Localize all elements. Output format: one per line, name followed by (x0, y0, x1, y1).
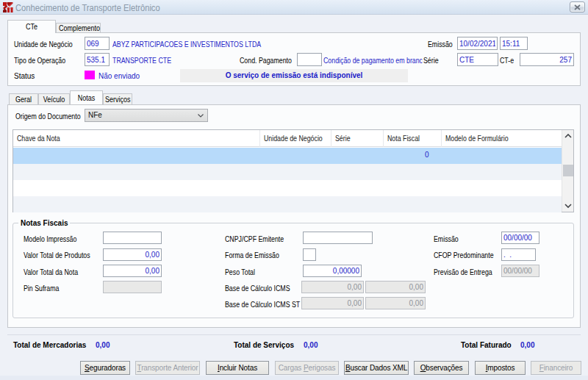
emission-service-message: O serviço de emissão está indisponível (180, 69, 408, 82)
impostos-button[interactable]: Impostos (475, 361, 526, 375)
valor-total-produtos-input[interactable] (103, 248, 162, 261)
title-bar: Conhecimento de Transporte Eletrônico (0, 0, 588, 15)
status-value: Não enviado (98, 72, 140, 80)
valor-total-nota-input[interactable] (103, 265, 162, 277)
modelo-impressao-label: Modelo Impressão (24, 235, 76, 243)
serie-label: Série (423, 57, 439, 65)
nota-fiscal-cell: 0 (425, 151, 429, 159)
totals-divider (7, 334, 581, 335)
chevron-down-icon (564, 204, 572, 208)
valor-total-nota-label: Valor Total da Nota (24, 268, 78, 276)
cte-number-input[interactable] (520, 53, 574, 66)
seguradoras-button[interactable]: Seguradoras (80, 361, 130, 375)
col-unidade-de-negocio-label: Unidade de Negócio (264, 130, 323, 147)
incluir-notas-button[interactable]: Incluir Notas (206, 361, 269, 375)
cond-pagamento-label: Cond. Pagamento (240, 57, 292, 65)
emissao-nf-input[interactable] (501, 232, 539, 244)
modelo-impressao-input[interactable] (103, 232, 162, 244)
dialog-window: Conhecimento de Transporte Eletrônico CT… (0, 0, 588, 380)
total-mercadorias-value: 0,00 (96, 341, 110, 349)
cargas-perigosas-button[interactable]: Cargas Perigosas (275, 361, 339, 375)
unidade-negocio-name: ABYZ PARTICIPACOES E INVESTIMENTOS LTDA (112, 40, 261, 49)
window-title: Conhecimento de Transporte Eletrônico (15, 3, 160, 13)
grid-row-selected[interactable]: 0 (13, 148, 562, 164)
tab-notas[interactable]: Notas (70, 90, 103, 104)
app-logo-icon (3, 2, 13, 12)
grid-scrollbar[interactable] (562, 130, 573, 212)
status-color-swatch (85, 71, 95, 79)
window-bottom-edge (0, 376, 588, 380)
scroll-up-button[interactable] (562, 130, 574, 142)
tab-veiculo[interactable]: Veículo (38, 93, 70, 104)
cte-number-label: CT-e (500, 57, 514, 65)
total-servicos-label: Total de Serviços (234, 341, 294, 349)
grid-row[interactable] (13, 164, 562, 180)
cnpj-cpf-emitente-label: CNPJ/CPF Emitente (225, 235, 284, 243)
emissao-time-input[interactable] (500, 37, 528, 50)
base-calculo-icms-input-2[interactable] (365, 281, 426, 293)
origem-documento-select[interactable]: NFe (85, 109, 208, 122)
tab-cte-label: CTe (10, 21, 53, 34)
tab-servicos-label: Serviços (105, 94, 130, 105)
base-calculo-icms-st-label: Base de Cálculo ICMS ST (225, 301, 300, 309)
total-faturado-value: 0,00 (520, 341, 534, 349)
col-modelo-de-formulario[interactable]: Modelo de Formulário (442, 130, 562, 147)
previsao-entrega-input[interactable] (501, 265, 539, 277)
origem-documento-label: Origem do Documento (15, 112, 81, 121)
forma-emissao-input[interactable] (303, 248, 316, 261)
col-serie[interactable]: Série (331, 130, 384, 147)
unidade-negocio-label: Unidade de Negócio (14, 40, 73, 49)
col-unidade-de-negocio[interactable]: Unidade de Negócio (260, 130, 331, 147)
total-faturado-label: Total Faturado (461, 341, 512, 349)
buscar-dados-xml-button[interactable]: Buscar Dados XML (344, 361, 409, 375)
chevron-up-icon (564, 134, 572, 138)
col-serie-label: Série (335, 130, 351, 147)
origem-documento-value: NFe (88, 111, 102, 119)
observacoes-button[interactable]: Observações (414, 361, 469, 375)
tab-veiculo-label: Veículo (40, 94, 68, 105)
tipo-operacao-input[interactable] (85, 53, 110, 66)
peso-total-label: Peso Total (225, 268, 255, 276)
tab-geral[interactable]: Geral (9, 93, 38, 104)
scroll-down-button[interactable] (562, 200, 574, 212)
notas-grid: Chave da Nota Unidade de Negócio Série N… (12, 129, 574, 212)
tab-notas-label: Notas (72, 91, 101, 105)
cond-pagamento-hint: Condição de pagamento em branco (323, 57, 423, 65)
total-mercadorias-label: Total de Mercadorias (13, 341, 86, 349)
serie-input[interactable] (457, 53, 498, 66)
close-button[interactable] (570, 1, 585, 12)
peso-total-input[interactable] (303, 265, 362, 277)
cfop-predominante-label: CFOP Predominante (434, 251, 494, 259)
cond-pagamento-input[interactable] (297, 53, 322, 66)
transporte-anterior-button[interactable]: Transporte Anterior (135, 361, 200, 375)
base-calculo-icms-st-input-1[interactable] (301, 297, 364, 309)
grid-header: Chave da Nota Unidade de Negócio Série N… (13, 130, 562, 147)
notas-tab-page: Origem do Documento NFe Chave da Nota Un… (7, 104, 581, 328)
col-nota-fiscal-label: Nota Fiscal (387, 130, 420, 147)
financeiro-button[interactable]: Financeiro (531, 361, 581, 375)
chevron-down-icon (198, 114, 204, 118)
col-nota-fiscal[interactable]: Nota Fiscal (384, 130, 442, 147)
tab-cte[interactable]: CTe (7, 20, 56, 33)
scrollbar-thumb[interactable] (563, 165, 573, 176)
unidade-negocio-input[interactable] (85, 37, 110, 50)
base-calculo-icms-st-input-2[interactable] (365, 297, 426, 309)
emissao-date-input[interactable] (457, 37, 498, 50)
cfop-predominante-input[interactable] (501, 248, 536, 261)
tab-complemento[interactable]: Complemento (56, 23, 101, 32)
col-modelo-de-formulario-label: Modelo de Formulário (445, 130, 509, 147)
close-icon (574, 4, 581, 10)
emissao-nf-label: Emissão (434, 235, 459, 243)
previsao-entrega-label: Previsão de Entrega (434, 268, 492, 276)
cnpj-cpf-emitente-input[interactable] (303, 232, 373, 244)
valor-total-produtos-label: Valor Total de Produtos (24, 251, 90, 259)
col-chave-da-nota[interactable]: Chave da Nota (13, 130, 260, 147)
tab-geral-label: Geral (11, 94, 36, 105)
grid-row[interactable] (13, 196, 562, 212)
tab-servicos[interactable]: Serviços (103, 93, 132, 104)
base-calculo-icms-input-1[interactable] (301, 281, 364, 293)
grid-row[interactable] (13, 180, 562, 196)
pin-suframa-input[interactable] (103, 281, 162, 293)
forma-emissao-label: Forma de Emissão (225, 251, 279, 259)
cte-tab-page: Unidade de Negócio ABYZ PARTICIPACOES E … (7, 32, 581, 86)
